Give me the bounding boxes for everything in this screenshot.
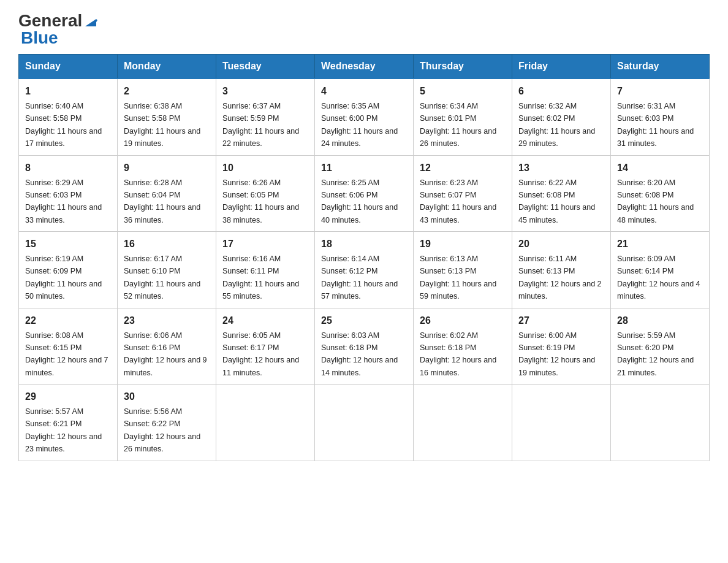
calendar-week-row: 15Sunrise: 6:19 AMSunset: 6:09 PMDayligh…: [19, 232, 710, 308]
calendar-cell: 4Sunrise: 6:35 AMSunset: 6:00 PMDaylight…: [315, 79, 414, 155]
day-info: Sunrise: 6:28 AMSunset: 6:04 PMDaylight:…: [124, 178, 200, 224]
calendar-cell: [512, 385, 611, 461]
day-number: 1: [25, 84, 111, 99]
day-info: Sunrise: 5:59 AMSunset: 6:20 PMDaylight:…: [617, 331, 694, 377]
day-info: Sunrise: 6:19 AMSunset: 6:09 PMDaylight:…: [25, 255, 102, 301]
calendar-cell: 9Sunrise: 6:28 AMSunset: 6:04 PMDaylight…: [118, 155, 216, 232]
day-number: 9: [124, 161, 210, 175]
day-number: 28: [617, 313, 703, 328]
day-number: 2: [124, 84, 210, 99]
weekday-header-sunday: Sunday: [19, 55, 118, 79]
calendar-cell: 20Sunrise: 6:11 AMSunset: 6:13 PMDayligh…: [512, 232, 611, 308]
calendar-week-row: 29Sunrise: 5:57 AMSunset: 6:21 PMDayligh…: [19, 385, 710, 461]
day-info: Sunrise: 6:35 AMSunset: 6:00 PMDaylight:…: [321, 102, 398, 148]
calendar-cell: [315, 385, 414, 461]
calendar-cell: 11Sunrise: 6:25 AMSunset: 6:06 PMDayligh…: [315, 155, 414, 232]
calendar-cell: 15Sunrise: 6:19 AMSunset: 6:09 PMDayligh…: [19, 232, 118, 308]
day-number: 14: [617, 161, 703, 175]
day-info: Sunrise: 6:32 AMSunset: 6:02 PMDaylight:…: [518, 102, 595, 148]
logo-arrow-icon: [84, 12, 97, 26]
calendar-cell: [216, 385, 315, 461]
day-number: 3: [222, 84, 308, 99]
day-number: 20: [518, 237, 604, 251]
day-info: Sunrise: 6:06 AMSunset: 6:16 PMDaylight:…: [124, 331, 207, 377]
day-number: 7: [617, 84, 703, 99]
day-info: Sunrise: 6:03 AMSunset: 6:18 PMDaylight:…: [321, 331, 398, 377]
calendar-header-row: SundayMondayTuesdayWednesdayThursdayFrid…: [19, 55, 710, 79]
day-number: 26: [420, 313, 506, 328]
day-info: Sunrise: 6:22 AMSunset: 6:08 PMDaylight:…: [518, 178, 595, 224]
calendar-cell: 18Sunrise: 6:14 AMSunset: 6:12 PMDayligh…: [315, 232, 414, 308]
calendar-cell: 8Sunrise: 6:29 AMSunset: 6:03 PMDaylight…: [19, 155, 118, 232]
calendar-cell: 19Sunrise: 6:13 AMSunset: 6:13 PMDayligh…: [414, 232, 512, 308]
logo: General Blue: [18, 12, 97, 48]
svg-marker-0: [85, 19, 96, 26]
day-number: 30: [124, 389, 210, 404]
page-header: General Blue: [18, 12, 710, 48]
calendar-cell: 25Sunrise: 6:03 AMSunset: 6:18 PMDayligh…: [315, 308, 414, 385]
day-info: Sunrise: 6:25 AMSunset: 6:06 PMDaylight:…: [321, 178, 398, 224]
day-info: Sunrise: 6:08 AMSunset: 6:15 PMDaylight:…: [25, 331, 108, 377]
weekday-header-thursday: Thursday: [414, 55, 512, 79]
day-number: 15: [25, 237, 111, 251]
weekday-header-monday: Monday: [118, 55, 216, 79]
day-number: 22: [25, 313, 111, 328]
day-info: Sunrise: 5:57 AMSunset: 6:21 PMDaylight:…: [25, 407, 102, 453]
logo-general-text: General: [18, 12, 82, 29]
day-number: 17: [222, 237, 308, 251]
calendar-cell: 26Sunrise: 6:02 AMSunset: 6:18 PMDayligh…: [414, 308, 512, 385]
day-info: Sunrise: 5:56 AMSunset: 6:22 PMDaylight:…: [124, 407, 200, 453]
day-info: Sunrise: 6:37 AMSunset: 5:59 PMDaylight:…: [222, 102, 299, 148]
calendar-cell: 12Sunrise: 6:23 AMSunset: 6:07 PMDayligh…: [414, 155, 512, 232]
calendar-cell: 10Sunrise: 6:26 AMSunset: 6:05 PMDayligh…: [216, 155, 315, 232]
day-number: 24: [222, 313, 308, 328]
day-info: Sunrise: 6:09 AMSunset: 6:14 PMDaylight:…: [617, 255, 700, 301]
day-number: 25: [321, 313, 407, 328]
day-info: Sunrise: 6:16 AMSunset: 6:11 PMDaylight:…: [222, 255, 299, 301]
calendar-week-row: 1Sunrise: 6:40 AMSunset: 5:58 PMDaylight…: [19, 79, 710, 155]
day-number: 23: [124, 313, 210, 328]
calendar-cell: 5Sunrise: 6:34 AMSunset: 6:01 PMDaylight…: [414, 79, 512, 155]
calendar-cell: 28Sunrise: 5:59 AMSunset: 6:20 PMDayligh…: [611, 308, 710, 385]
calendar-week-row: 22Sunrise: 6:08 AMSunset: 6:15 PMDayligh…: [19, 308, 710, 385]
day-info: Sunrise: 6:38 AMSunset: 5:58 PMDaylight:…: [124, 102, 200, 148]
day-info: Sunrise: 6:00 AMSunset: 6:19 PMDaylight:…: [518, 331, 595, 377]
day-info: Sunrise: 6:20 AMSunset: 6:08 PMDaylight:…: [617, 178, 694, 224]
day-number: 12: [420, 161, 506, 175]
calendar-cell: [611, 385, 710, 461]
day-number: 29: [25, 389, 111, 404]
calendar-cell: 27Sunrise: 6:00 AMSunset: 6:19 PMDayligh…: [512, 308, 611, 385]
calendar-cell: 17Sunrise: 6:16 AMSunset: 6:11 PMDayligh…: [216, 232, 315, 308]
day-info: Sunrise: 6:17 AMSunset: 6:10 PMDaylight:…: [124, 255, 200, 301]
day-number: 11: [321, 161, 407, 175]
calendar-week-row: 8Sunrise: 6:29 AMSunset: 6:03 PMDaylight…: [19, 155, 710, 232]
day-number: 6: [518, 84, 604, 99]
weekday-header-tuesday: Tuesday: [216, 55, 315, 79]
calendar-cell: 16Sunrise: 6:17 AMSunset: 6:10 PMDayligh…: [118, 232, 216, 308]
day-number: 5: [420, 84, 506, 99]
day-info: Sunrise: 6:02 AMSunset: 6:18 PMDaylight:…: [420, 331, 496, 377]
calendar-cell: 7Sunrise: 6:31 AMSunset: 6:03 PMDaylight…: [611, 79, 710, 155]
calendar-cell: [414, 385, 512, 461]
calendar-cell: 13Sunrise: 6:22 AMSunset: 6:08 PMDayligh…: [512, 155, 611, 232]
day-number: 18: [321, 237, 407, 251]
day-info: Sunrise: 6:26 AMSunset: 6:05 PMDaylight:…: [222, 178, 299, 224]
calendar-cell: 24Sunrise: 6:05 AMSunset: 6:17 PMDayligh…: [216, 308, 315, 385]
calendar-cell: 14Sunrise: 6:20 AMSunset: 6:08 PMDayligh…: [611, 155, 710, 232]
day-number: 27: [518, 313, 604, 328]
day-info: Sunrise: 6:29 AMSunset: 6:03 PMDaylight:…: [25, 178, 102, 224]
day-info: Sunrise: 6:14 AMSunset: 6:12 PMDaylight:…: [321, 255, 398, 301]
day-number: 19: [420, 237, 506, 251]
calendar-cell: 2Sunrise: 6:38 AMSunset: 5:58 PMDaylight…: [118, 79, 216, 155]
day-number: 16: [124, 237, 210, 251]
day-number: 10: [222, 161, 308, 175]
calendar-cell: 3Sunrise: 6:37 AMSunset: 5:59 PMDaylight…: [216, 79, 315, 155]
calendar-cell: 30Sunrise: 5:56 AMSunset: 6:22 PMDayligh…: [118, 385, 216, 461]
weekday-header-wednesday: Wednesday: [315, 55, 414, 79]
weekday-header-saturday: Saturday: [611, 55, 710, 79]
day-number: 4: [321, 84, 407, 99]
calendar-cell: 22Sunrise: 6:08 AMSunset: 6:15 PMDayligh…: [19, 308, 118, 385]
day-number: 13: [518, 161, 604, 175]
calendar-cell: 29Sunrise: 5:57 AMSunset: 6:21 PMDayligh…: [19, 385, 118, 461]
calendar-cell: 21Sunrise: 6:09 AMSunset: 6:14 PMDayligh…: [611, 232, 710, 308]
